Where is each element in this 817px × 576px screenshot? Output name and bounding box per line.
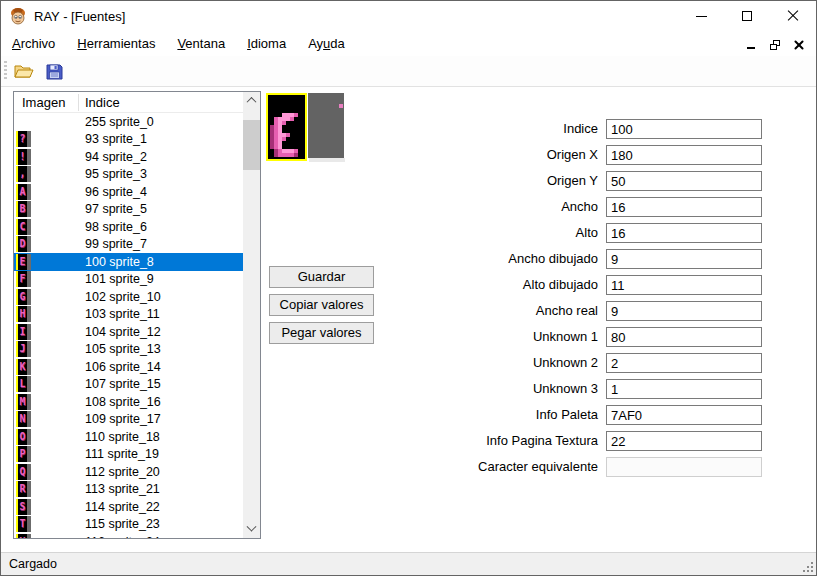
app-window: RAY - [Fuentes] ArchivoHerramientasVenta… <box>0 0 817 576</box>
pixel-art-letter <box>270 113 302 157</box>
sprite-thumbnail: ? <box>16 131 31 147</box>
field-input-unknown-1[interactable] <box>606 327 762 347</box>
list-item-sprite_16[interactable]: M108 sprite_16 <box>14 393 243 411</box>
field-input-info-paleta[interactable] <box>606 405 762 425</box>
status-bar: Cargado <box>1 552 816 575</box>
sprite-preview <box>266 93 344 161</box>
list-item-sprite_15[interactable]: L107 sprite_15 <box>14 376 243 394</box>
list-item-sprite_1[interactable]: ?93 sprite_1 <box>14 131 243 149</box>
sprite-thumbnail: K <box>16 359 31 375</box>
mdi-restore-icon <box>770 40 780 50</box>
open-file-button[interactable] <box>11 58 37 84</box>
copiar-valores-button[interactable]: Copiar valores <box>269 294 374 316</box>
field-label-origen-y: Origen Y <box>401 171 598 191</box>
list-item-sprite_18[interactable]: O110 sprite_18 <box>14 428 243 446</box>
form-row: Alto <box>401 223 776 243</box>
sprite-thumbnail: R <box>16 481 31 497</box>
list-scrollbar[interactable] <box>243 92 260 538</box>
field-label-unknown-1: Unknown 1 <box>401 327 598 347</box>
form-row: Info Pagina Textura <box>401 431 776 451</box>
list-item-sprite_5[interactable]: B97 sprite_5 <box>14 201 243 219</box>
menu-item-ayuda[interactable]: Ayuda <box>297 31 356 56</box>
sprite-preview-texture <box>308 93 344 158</box>
list-item-sprite_21[interactable]: R113 sprite_21 <box>14 481 243 499</box>
menu-item-herramientas[interactable]: Herramientas <box>66 31 166 56</box>
sprite-thumbnail: A <box>16 184 31 200</box>
field-label-ancho-real: Ancho real <box>401 301 598 321</box>
list-item-sprite_23[interactable]: T115 sprite_23 <box>14 516 243 534</box>
field-input-unknown-2[interactable] <box>606 353 762 373</box>
sprite-thumbnail: H <box>16 306 31 322</box>
guardar-button[interactable]: Guardar <box>269 266 374 288</box>
list-item-sprite_8[interactable]: E100 sprite_8 <box>14 253 243 271</box>
stray-pixel <box>339 104 343 108</box>
mdi-restore-button[interactable] <box>768 37 782 51</box>
field-input-info-pagina-textura[interactable] <box>606 431 762 451</box>
scroll-down-button[interactable] <box>243 521 260 538</box>
list-item-sprite_14[interactable]: K106 sprite_14 <box>14 358 243 376</box>
list-item-label: 114 sprite_22 <box>85 500 160 514</box>
list-item-label: 115 sprite_23 <box>85 517 160 531</box>
column-divider[interactable] <box>78 94 79 111</box>
list-item-sprite_11[interactable]: H103 sprite_11 <box>14 306 243 324</box>
form-row: Indice <box>401 119 776 139</box>
list-item-sprite_4[interactable]: A96 sprite_4 <box>14 183 243 201</box>
field-input-origen-x[interactable] <box>606 145 762 165</box>
field-input-indice[interactable] <box>606 119 762 139</box>
list-item-sprite_13[interactable]: J105 sprite_13 <box>14 341 243 359</box>
list-item-sprite_9[interactable]: F101 sprite_9 <box>14 271 243 289</box>
form-row: Origen X <box>401 145 776 165</box>
save-file-button[interactable] <box>41 58 67 84</box>
list-item-label: 100 sprite_8 <box>85 255 154 269</box>
field-input-ancho-real[interactable] <box>606 301 762 321</box>
menu-item-ventana[interactable]: Ventana <box>166 31 236 56</box>
list-item-sprite_7[interactable]: D99 sprite_7 <box>14 236 243 254</box>
list-item-sprite_19[interactable]: P111 sprite_19 <box>14 446 243 464</box>
list-item-label: 107 sprite_15 <box>85 377 161 391</box>
save-floppy-icon <box>46 63 63 80</box>
mdi-minimize-button[interactable] <box>744 37 758 51</box>
form-row: Caracter equivalente <box>401 457 776 477</box>
maximize-button[interactable] <box>724 1 770 31</box>
sprite-thumbnail: S <box>16 499 31 515</box>
list-item-label: 109 sprite_17 <box>85 412 161 426</box>
list-item-label: 93 sprite_1 <box>85 132 147 146</box>
chevron-down-icon <box>247 522 257 532</box>
list-item-sprite_20[interactable]: Q112 sprite_20 <box>14 463 243 481</box>
list-item-sprite_0[interactable]: 255 sprite_0 <box>14 113 243 131</box>
scroll-up-button[interactable] <box>243 92 260 109</box>
field-input-ancho-dibujado[interactable] <box>606 249 762 269</box>
sprite-list: Imagen Indice 255 sprite_0?93 sprite_1!9… <box>13 91 261 539</box>
list-item-sprite_12[interactable]: I104 sprite_12 <box>14 323 243 341</box>
list-item-sprite_2[interactable]: !94 sprite_2 <box>14 148 243 166</box>
field-input-origen-y[interactable] <box>606 171 762 191</box>
close-button[interactable] <box>770 1 816 31</box>
minimize-button[interactable] <box>678 1 724 31</box>
column-header-indice[interactable]: Indice <box>85 92 120 113</box>
app-icon <box>9 7 27 25</box>
scrollbar-thumb[interactable] <box>243 120 260 170</box>
list-item-sprite_10[interactable]: G102 sprite_10 <box>14 288 243 306</box>
list-item-sprite_3[interactable]: ,95 sprite_3 <box>14 166 243 184</box>
list-item-sprite_17[interactable]: N109 sprite_17 <box>14 411 243 429</box>
menu-item-archivo[interactable]: Archivo <box>1 31 66 56</box>
field-input-alto[interactable] <box>606 223 762 243</box>
sprite-thumbnail: J <box>16 341 31 357</box>
status-text: Cargado <box>9 553 57 575</box>
pegar-valores-button[interactable]: Pegar valores <box>269 322 374 344</box>
mdi-close-button[interactable] <box>792 37 806 51</box>
field-input-alto-dibujado[interactable] <box>606 275 762 295</box>
list-item-label: 101 sprite_9 <box>85 272 154 286</box>
list-item-sprite_24[interactable]: U116 sprite_24 <box>14 533 243 538</box>
menu-item-idioma[interactable]: Idioma <box>236 31 297 56</box>
sprite-thumbnail: P <box>16 446 31 462</box>
column-header-imagen[interactable]: Imagen <box>22 92 65 113</box>
field-label-unknown-3: Unknown 3 <box>401 379 598 399</box>
list-item-sprite_22[interactable]: S114 sprite_22 <box>14 498 243 516</box>
resize-grip[interactable] <box>803 562 813 572</box>
list-item-label: 110 sprite_18 <box>85 430 160 444</box>
field-input-ancho[interactable] <box>606 197 762 217</box>
field-input-unknown-3[interactable] <box>606 379 762 399</box>
list-item-label: 255 sprite_0 <box>85 115 154 129</box>
list-item-sprite_6[interactable]: C98 sprite_6 <box>14 218 243 236</box>
